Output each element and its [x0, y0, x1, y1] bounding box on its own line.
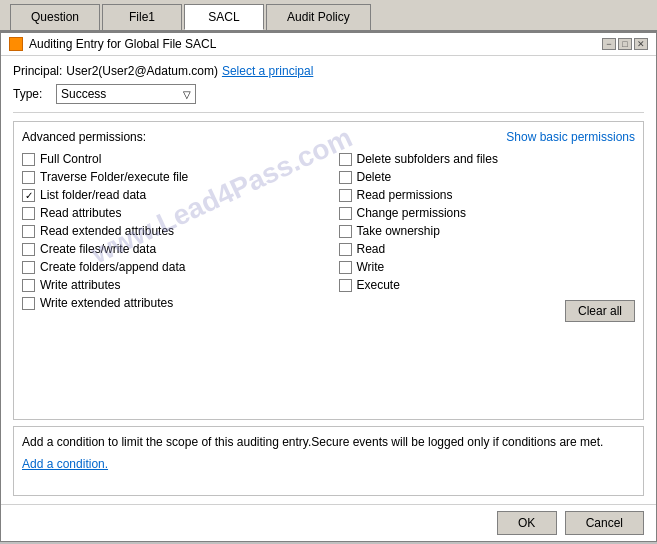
checkbox-read[interactable] — [339, 243, 352, 256]
perm-label-write-attributes: Write attributes — [40, 278, 120, 292]
perm-label-create-files: Create files/write data — [40, 242, 156, 256]
type-row: Type: Success ▽ — [13, 84, 644, 104]
clear-all-button[interactable]: Clear all — [565, 300, 635, 322]
condition-text: Add a condition to limit the scope of th… — [22, 435, 635, 449]
perm-take-ownership: Take ownership — [339, 224, 636, 238]
perm-label-read-permissions: Read permissions — [357, 188, 453, 202]
type-select[interactable]: Success ▽ — [56, 84, 196, 104]
checkbox-take-ownership[interactable] — [339, 225, 352, 238]
tab-bar: Question File1 SACL Audit Policy — [0, 0, 657, 32]
tab-audit-policy[interactable]: Audit Policy — [266, 4, 371, 30]
checkbox-create-folders[interactable] — [22, 261, 35, 274]
add-condition-link[interactable]: Add a condition. — [22, 457, 108, 471]
principal-label: Principal: — [13, 64, 62, 78]
perm-write-attributes: Write attributes — [22, 278, 319, 292]
perm-label-read-extended-attrs: Read extended attributes — [40, 224, 174, 238]
perm-write: Write — [339, 260, 636, 274]
checkbox-traverse-folder[interactable] — [22, 171, 35, 184]
checkbox-read-permissions[interactable] — [339, 189, 352, 202]
principal-value: User2(User2@Adatum.com) — [66, 64, 218, 78]
permissions-title: Advanced permissions: — [22, 130, 146, 144]
bottom-bar: OK Cancel — [1, 504, 656, 541]
perm-label-traverse-folder: Traverse Folder/execute file — [40, 170, 188, 184]
perm-label-write-extended-attrs: Write extended attributes — [40, 296, 173, 310]
perm-label-list-folder: List folder/read data — [40, 188, 146, 202]
checkbox-write[interactable] — [339, 261, 352, 274]
perm-label-change-permissions: Change permissions — [357, 206, 466, 220]
tab-file1[interactable]: File1 — [102, 4, 182, 30]
ok-button[interactable]: OK — [497, 511, 557, 535]
permissions-grid: Full Control Traverse Folder/execute fil… — [22, 152, 635, 322]
tab-question[interactable]: Question — [10, 4, 100, 30]
perm-label-execute: Execute — [357, 278, 400, 292]
checkbox-write-attributes[interactable] — [22, 279, 35, 292]
checkbox-delete[interactable] — [339, 171, 352, 184]
type-label: Type: — [13, 87, 48, 101]
perm-label-delete-subfolders: Delete subfolders and files — [357, 152, 498, 166]
perm-full-control: Full Control — [22, 152, 319, 166]
window-title: Auditing Entry for Global File SACL — [29, 37, 596, 51]
title-bar: Auditing Entry for Global File SACL − □ … — [1, 33, 656, 56]
perm-label-delete: Delete — [357, 170, 392, 184]
minimize-button[interactable]: − — [602, 38, 616, 50]
content-area: Principal: User2(User2@Adatum.com) Selec… — [1, 56, 656, 504]
restore-button[interactable]: □ — [618, 38, 632, 50]
checkbox-list-folder[interactable] — [22, 189, 35, 202]
checkbox-read-extended-attrs[interactable] — [22, 225, 35, 238]
type-value: Success — [61, 87, 106, 101]
perm-read-extended-attrs: Read extended attributes — [22, 224, 319, 238]
checkbox-execute[interactable] — [339, 279, 352, 292]
cancel-button[interactable]: Cancel — [565, 511, 644, 535]
dropdown-arrow-icon: ▽ — [183, 89, 191, 100]
close-button[interactable]: ✕ — [634, 38, 648, 50]
show-basic-link[interactable]: Show basic permissions — [506, 130, 635, 144]
perm-change-permissions: Change permissions — [339, 206, 636, 220]
perm-create-files: Create files/write data — [22, 242, 319, 256]
perm-read-permissions: Read permissions — [339, 188, 636, 202]
checkbox-read-attributes[interactable] — [22, 207, 35, 220]
perm-label-write: Write — [357, 260, 385, 274]
checkbox-write-extended-attrs[interactable] — [22, 297, 35, 310]
perm-label-read: Read — [357, 242, 386, 256]
perm-delete: Delete — [339, 170, 636, 184]
permissions-left-column: Full Control Traverse Folder/execute fil… — [22, 152, 319, 322]
window-controls: − □ ✕ — [602, 38, 648, 50]
perm-delete-subfolders: Delete subfolders and files — [339, 152, 636, 166]
perm-write-extended-attrs: Write extended attributes — [22, 296, 319, 310]
window-icon — [9, 37, 23, 51]
perm-traverse-folder: Traverse Folder/execute file — [22, 170, 319, 184]
checkbox-change-permissions[interactable] — [339, 207, 352, 220]
permissions-header: Advanced permissions: Show basic permiss… — [22, 130, 635, 144]
main-window: Auditing Entry for Global File SACL − □ … — [0, 32, 657, 542]
checkbox-create-files[interactable] — [22, 243, 35, 256]
condition-section: Add a condition to limit the scope of th… — [13, 426, 644, 496]
perm-read: Read — [339, 242, 636, 256]
checkbox-full-control[interactable] — [22, 153, 35, 166]
principal-row: Principal: User2(User2@Adatum.com) Selec… — [13, 64, 644, 78]
permissions-right-column: Delete subfolders and files Delete Read … — [339, 152, 636, 322]
perm-label-take-ownership: Take ownership — [357, 224, 440, 238]
separator — [13, 112, 644, 113]
checkbox-delete-subfolders[interactable] — [339, 153, 352, 166]
perm-create-folders: Create folders/append data — [22, 260, 319, 274]
perm-label-full-control: Full Control — [40, 152, 101, 166]
perm-label-create-folders: Create folders/append data — [40, 260, 185, 274]
tab-sacl[interactable]: SACL — [184, 4, 264, 30]
perm-read-attributes: Read attributes — [22, 206, 319, 220]
perm-column-right: Delete subfolders and files Delete Read … — [339, 152, 636, 292]
perm-list-folder: List folder/read data — [22, 188, 319, 202]
permissions-section: Advanced permissions: Show basic permiss… — [13, 121, 644, 420]
perm-label-read-attributes: Read attributes — [40, 206, 121, 220]
select-principal-link[interactable]: Select a principal — [222, 64, 313, 78]
perm-execute: Execute — [339, 278, 636, 292]
